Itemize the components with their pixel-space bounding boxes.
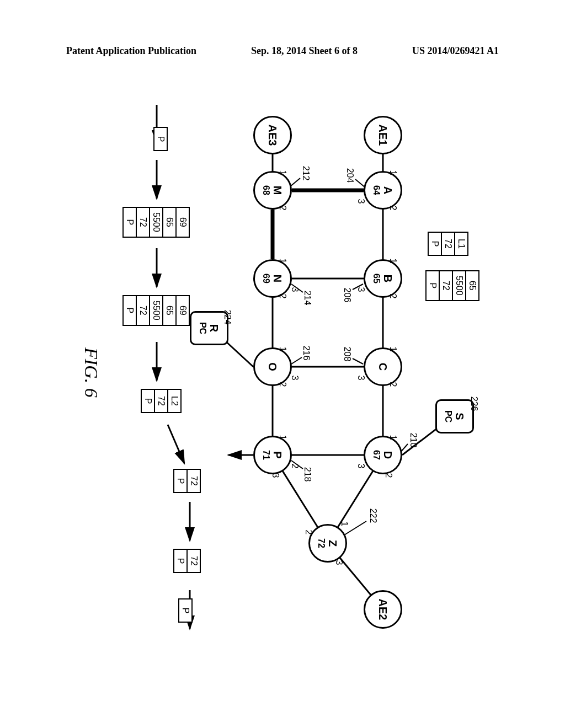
port-label: 2 (383, 473, 393, 478)
node-ae3: AE3 (253, 116, 292, 154)
port-label: 3 (270, 473, 280, 478)
page-header: Patent Application Publication Sep. 18, … (0, 45, 565, 57)
port-label: 2 (388, 382, 398, 387)
stack-l1: L1 72 P (428, 232, 468, 256)
node-c: C (364, 347, 402, 386)
refnum-206: 206 (342, 288, 352, 303)
node-o: O (253, 347, 292, 386)
port-label: 1 (278, 435, 287, 440)
refnum-222: 222 (368, 508, 378, 523)
port-label: 1 (278, 170, 287, 175)
refnum-210: 210 (408, 433, 418, 448)
port-label: 3 (356, 464, 366, 469)
port-label: 1 (278, 347, 287, 352)
stack-l2: L2 72 P (141, 389, 182, 413)
node-z: Z72 (308, 524, 347, 563)
port-label: 1 (388, 347, 398, 352)
port-label: 3 (356, 287, 366, 292)
stack-p-left: P (153, 127, 168, 151)
node-a: A64 (364, 171, 402, 210)
port-label: 3 (334, 560, 344, 565)
figure-label: FIG. 6 (81, 347, 102, 398)
port-label: 2 (388, 294, 398, 299)
stack-72a: 72 P (173, 469, 201, 493)
port-label: 3 (290, 376, 300, 381)
stack-65: 65 5500 72 P (425, 270, 479, 301)
refnum-216: 216 (301, 346, 311, 361)
port-label: 2 (290, 464, 300, 469)
svg-line-24 (168, 425, 184, 463)
node-ae1: AE1 (364, 116, 402, 154)
port-label: 1 (388, 170, 398, 175)
port-label: 2 (388, 206, 398, 211)
port-label: 1 (278, 259, 287, 264)
port-label: 3 (356, 199, 366, 204)
refnum-218: 218 (302, 467, 312, 482)
port-label: 2 (303, 530, 313, 535)
port-label: 3 (356, 376, 366, 381)
port-label: 2 (278, 294, 287, 299)
node-n: N69 (253, 259, 292, 298)
refnum-208: 208 (342, 347, 352, 362)
refnum-226: 226 (469, 397, 479, 411)
node-b: B65 (364, 259, 402, 298)
refnum-204: 204 (345, 168, 355, 183)
node-ae2: AE2 (364, 590, 402, 629)
header-right: US 2014/0269421 A1 (412, 45, 499, 57)
refnum-214: 214 (302, 291, 312, 306)
node-d: D67 (364, 436, 402, 474)
refnum-224: 224 (222, 310, 232, 325)
stack-69b: 69 65 5500 72 P (122, 295, 190, 326)
port-label: 1 (388, 435, 398, 440)
port-label: 3 (290, 287, 300, 292)
figure-wrapper: AE1 AE2 AE3 A64 B65 C D67 Z72 M68 N69 O … (66, 83, 499, 667)
figure-6-diagram: AE1 AE2 AE3 A64 B65 C D67 Z72 M68 N69 O … (66, 83, 499, 667)
svg-line-34 (353, 358, 363, 364)
port-label: 2 (278, 206, 287, 211)
node-m: M68 (253, 171, 292, 210)
header-center: Sep. 18, 2014 Sheet 6 of 8 (251, 45, 358, 57)
refnum-212: 212 (301, 166, 311, 181)
port-label: 1 (388, 259, 398, 264)
header-left: Patent Application Publication (66, 45, 196, 57)
node-p: P71 (253, 436, 292, 474)
port-label: 2 (278, 382, 287, 387)
svg-line-37 (291, 357, 302, 364)
svg-line-35 (290, 178, 300, 186)
port-label: 1 (339, 522, 349, 527)
stack-p-right: P (178, 598, 193, 623)
stack-69a: 69 65 5500 72 P (122, 207, 190, 238)
stack-72b: 72 P (173, 549, 201, 573)
node-s-pc: SPC (435, 399, 474, 433)
